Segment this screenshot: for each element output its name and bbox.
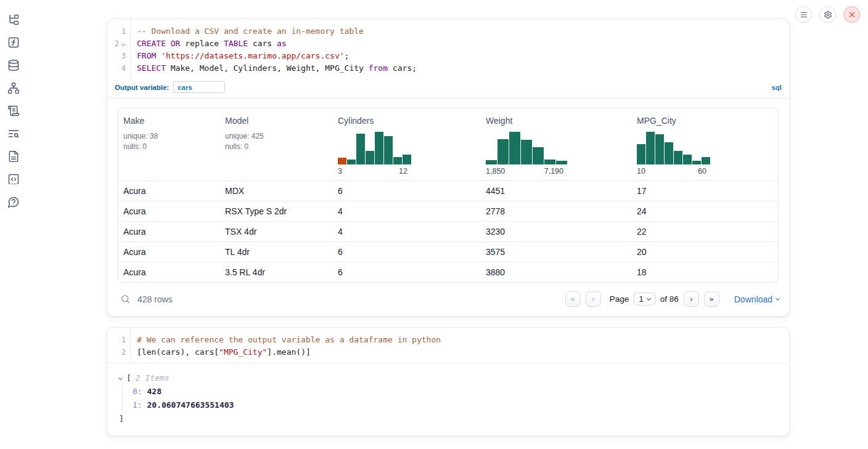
table-header-cell[interactable]: Weight1,8507,190 <box>481 108 632 180</box>
scroll-icon[interactable] <box>7 105 20 117</box>
tree-entry: 1: 20.060747663551403 <box>133 398 779 412</box>
histogram-bar <box>384 136 393 164</box>
code-square-icon[interactable] <box>7 173 20 185</box>
first-page-button[interactable]: « <box>565 291 581 307</box>
table-header-cell[interactable]: Modelunique: 425nulls: 0 <box>220 108 333 180</box>
page-number-select[interactable]: 1 <box>634 293 655 305</box>
tree-entry-key: 1: <box>133 400 147 410</box>
shutdown-button[interactable] <box>843 6 860 23</box>
column-stats: unique: 425nulls: 0 <box>225 131 328 152</box>
table-cell: 3.5 RL 4dr <box>220 267 333 277</box>
sidebar <box>0 0 27 449</box>
histogram-bar <box>403 155 411 164</box>
code-line[interactable]: 4SELECT Make, Model, Cylinders, Weight, … <box>107 62 789 75</box>
chevron-down-icon <box>776 296 780 301</box>
table-cell: 2778 <box>481 206 632 216</box>
python-code-editor[interactable]: 1# We can reference the output variable … <box>107 328 789 363</box>
collapse-chevron-icon[interactable] <box>118 375 123 379</box>
table-header: Makeunique: 38nulls: 0Modelunique: 425nu… <box>118 108 778 180</box>
output-variable-row: Output variable: sql <box>107 79 789 99</box>
table-header-cell[interactable]: MPG_City1060 <box>632 108 778 180</box>
hamburger-menu-button[interactable] <box>795 6 812 23</box>
table-cell: 6 <box>333 267 481 277</box>
table-header-cell[interactable]: Cylinders312 <box>333 108 481 180</box>
settings-button[interactable] <box>819 6 836 23</box>
last-page-button[interactable]: » <box>704 291 719 307</box>
table-cell: Acura <box>118 247 220 257</box>
table-cell: 6 <box>333 247 481 257</box>
download-button[interactable]: Download <box>734 294 779 304</box>
code-line[interactable]: 3FROM 'https://datasets.marimo.app/cars.… <box>107 50 789 62</box>
page-total-label: of 86 <box>660 294 679 304</box>
column-title: MPG_City <box>637 116 773 126</box>
table-cell: 3880 <box>481 267 632 277</box>
file-tree-icon[interactable] <box>7 14 20 26</box>
histogram-bar <box>556 161 567 164</box>
column-title: Make <box>123 116 215 126</box>
histogram-bar <box>393 157 402 164</box>
histogram-bar <box>655 134 664 164</box>
tree-entry-key: 0: <box>133 387 147 396</box>
close-bracket: ] <box>119 412 779 426</box>
python-cell: 1# We can reference the output variable … <box>107 327 790 436</box>
notebook-area: 1-- Download a CSV and create an in-memo… <box>107 18 790 436</box>
histogram-axis: 312 <box>338 167 415 176</box>
topbar <box>795 6 860 23</box>
network-icon[interactable] <box>7 82 20 94</box>
gutter-separator <box>130 19 131 79</box>
histogram-axis: 1,8507,190 <box>486 167 571 176</box>
table-cell: Acura <box>118 186 220 196</box>
histogram: 1,8507,190 <box>486 131 627 176</box>
table-cell: RSX Type S 2dr <box>220 206 333 216</box>
gutter-separator <box>130 328 131 363</box>
histogram-bar <box>521 140 532 164</box>
table-header-cell[interactable]: Makeunique: 38nulls: 0 <box>118 108 220 180</box>
line-number: 4 <box>107 62 130 75</box>
histogram-bar <box>509 132 520 164</box>
fold-chevron-icon[interactable] <box>121 42 126 46</box>
next-page-button[interactable]: › <box>684 291 699 307</box>
table-row[interactable]: AcuraMDX6445117 <box>118 180 778 201</box>
table-row[interactable]: AcuraRSX Type S 2dr4277824 <box>118 201 778 221</box>
output-variable-input[interactable] <box>173 81 225 93</box>
histogram-bar <box>366 151 374 164</box>
tree-root-row: [ 2 Items <box>119 371 779 385</box>
chevron-down-icon <box>647 296 651 301</box>
search-icon[interactable] <box>120 294 131 304</box>
code-text: SELECT Make, Model, Cylinders, Weight, M… <box>130 62 417 75</box>
sql-cell: 1-- Download a CSV and create an in-memo… <box>107 18 790 317</box>
histogram-bar <box>674 151 682 164</box>
code-line[interactable]: 2CREATE OR replace TABLE cars as <box>107 38 789 50</box>
prev-page-button[interactable]: ‹ <box>586 291 601 307</box>
table-row[interactable]: Acura3.5 RL 4dr6388018 <box>118 262 778 282</box>
output-variable-label: Output variable: <box>115 84 169 91</box>
column-title: Cylinders <box>338 116 476 126</box>
histogram-bar <box>375 132 383 164</box>
code-line[interactable]: 2[len(cars), cars["MPG_City"].mean()] <box>107 346 789 358</box>
table-row[interactable]: AcuraTL 4dr6357520 <box>118 241 778 262</box>
table-row[interactable]: AcuraTSX 4dr4323022 <box>118 221 778 241</box>
table-cell: 3575 <box>481 247 632 257</box>
help-bubble-icon[interactable] <box>7 196 20 208</box>
table-cell: Acura <box>118 227 220 237</box>
list-search-icon[interactable] <box>7 127 20 140</box>
histogram-bar <box>338 158 346 164</box>
histogram-bar <box>665 142 673 164</box>
table-cell: TSX 4dr <box>220 227 333 237</box>
table-cell: Acura <box>118 206 220 216</box>
line-number: 1 <box>107 25 130 38</box>
code-line[interactable]: 1-- Download a CSV and create an in-memo… <box>107 25 789 38</box>
column-title: Weight <box>486 116 627 126</box>
histogram-bar <box>544 160 555 164</box>
database-icon[interactable] <box>7 59 20 71</box>
histogram-bar <box>702 157 710 164</box>
histogram-bar <box>646 132 655 164</box>
line-number: 2 <box>107 38 130 50</box>
result-tree: [ 2 Items 0: 4281: 20.060747663551403 ] <box>107 363 789 435</box>
file-text-icon[interactable] <box>7 150 20 163</box>
histogram-bar <box>637 144 645 164</box>
sql-code-editor[interactable]: 1-- Download a CSV and create an in-memo… <box>107 19 789 79</box>
code-line[interactable]: 1# We can reference the output variable … <box>107 334 789 346</box>
function-square-icon[interactable] <box>7 36 20 49</box>
table-cell: 24 <box>632 206 778 216</box>
